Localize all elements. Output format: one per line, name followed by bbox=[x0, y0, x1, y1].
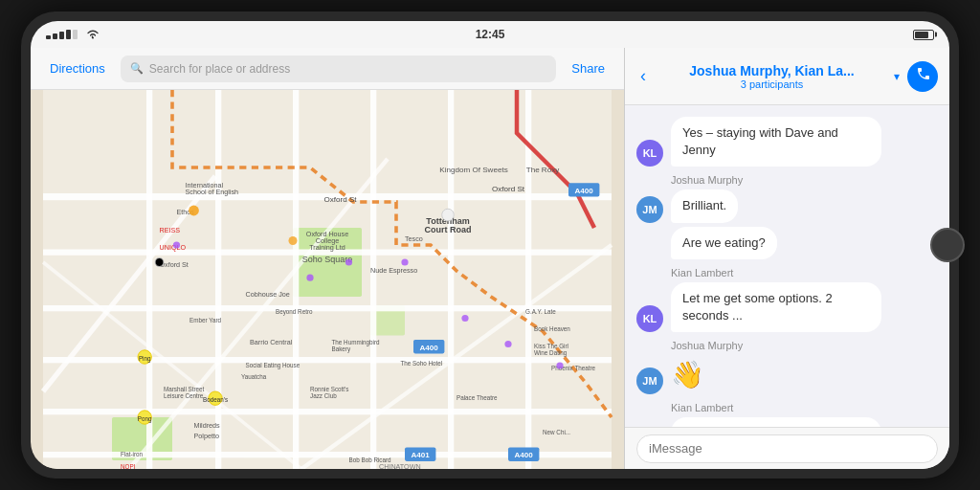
signal-indicator bbox=[46, 30, 78, 39]
svg-point-76 bbox=[289, 236, 298, 245]
msg-bubble-4: Let me get some options. 2 seconds ... bbox=[671, 282, 881, 332]
search-icon: 🔍 bbox=[130, 62, 144, 75]
svg-text:Bodean's: Bodean's bbox=[203, 396, 228, 403]
msg-emoji-5: 👋 bbox=[671, 355, 704, 394]
avatar-kl-1: KL bbox=[636, 140, 663, 167]
svg-text:Bar & Cafe: Bar & Cafe bbox=[349, 468, 379, 470]
svg-text:Pong: Pong bbox=[138, 415, 152, 423]
msg-bubble-6: Anyone fancy trying the new pizza place … bbox=[671, 417, 881, 427]
msg-bubble-2: Brilliant. bbox=[671, 189, 738, 222]
svg-text:NOPI: NOPI bbox=[121, 463, 136, 469]
avatar-jm-2: JM bbox=[636, 368, 663, 394]
back-button[interactable]: ‹ bbox=[636, 62, 650, 90]
svg-point-78 bbox=[345, 258, 352, 265]
svg-text:Soho Square: Soho Square bbox=[302, 255, 353, 264]
svg-point-80 bbox=[401, 258, 408, 265]
svg-text:Tesco: Tesco bbox=[405, 234, 423, 243]
signal-dot-2 bbox=[53, 33, 57, 39]
svg-rect-15 bbox=[448, 90, 454, 469]
main-content: Directions 🔍 Search for place or address… bbox=[31, 48, 949, 469]
svg-text:Beyond Retro: Beyond Retro bbox=[276, 308, 313, 316]
svg-text:The Roxy: The Roxy bbox=[526, 166, 561, 174]
svg-text:Bakery: Bakery bbox=[332, 345, 351, 353]
map-search-bar[interactable]: 🔍 Search for place or address bbox=[121, 56, 557, 82]
svg-text:UNIQLO: UNIQLO bbox=[160, 243, 187, 252]
msg-sender-4: Kian Lambert bbox=[671, 267, 938, 278]
chat-input-field[interactable] bbox=[636, 434, 938, 463]
msg-sender-5: Joshua Murphy bbox=[671, 340, 938, 351]
svg-text:Yauatcha: Yauatcha bbox=[241, 373, 267, 380]
chat-messages: KL Yes – staying with Dave and Jenny Jos… bbox=[625, 105, 949, 427]
msg-bubble-1: Yes – staying with Dave and Jenny bbox=[671, 117, 881, 167]
home-button[interactable] bbox=[930, 228, 965, 262]
tablet-screen: 12:45 Directions 🔍 Search for place or a… bbox=[31, 21, 949, 469]
svg-text:REISS: REISS bbox=[160, 226, 181, 234]
msg-group-4: Kian Lambert KL Let me get some options.… bbox=[636, 267, 938, 332]
svg-text:Flat-iron: Flat-iron bbox=[121, 451, 144, 457]
msg-group-6: Kian Lambert KL Anyone fancy trying the … bbox=[636, 402, 938, 427]
svg-text:School of English: School of English bbox=[186, 188, 239, 196]
battery-indicator bbox=[913, 30, 934, 40]
msg-group-5: Joshua Murphy JM 👋 bbox=[636, 340, 938, 394]
svg-text:Training Ltd: Training Ltd bbox=[309, 243, 345, 252]
msg-sender-2: Joshua Murphy bbox=[671, 174, 938, 186]
svg-text:G.A.Y. Late: G.A.Y. Late bbox=[525, 308, 556, 315]
svg-text:CHINATOWN: CHINATOWN bbox=[379, 462, 421, 469]
map-view[interactable]: A400 A400 A400 A401 Tottenham Court bbox=[31, 90, 624, 469]
chevron-down-icon[interactable]: ▾ bbox=[894, 70, 900, 83]
wifi-icon bbox=[85, 29, 100, 41]
svg-text:Nude Espresso: Nude Espresso bbox=[370, 266, 417, 275]
svg-text:New Chi...: New Chi... bbox=[543, 429, 570, 435]
svg-text:A401: A401 bbox=[412, 451, 431, 459]
map-svg: A400 A400 A400 A401 Tottenham Court bbox=[31, 90, 624, 469]
svg-text:Ember Yard: Ember Yard bbox=[189, 317, 222, 323]
svg-point-81 bbox=[306, 275, 313, 281]
msg-row-3: Are we eating? bbox=[636, 227, 938, 259]
map-section: Directions 🔍 Search for place or address… bbox=[31, 48, 624, 469]
chat-header-name: Joshua Murphy, Kian La... bbox=[689, 63, 854, 78]
msg-row-6: KL Anyone fancy trying the new pizza pla… bbox=[636, 417, 938, 427]
directions-button[interactable]: Directions bbox=[42, 57, 113, 79]
svg-text:A400: A400 bbox=[515, 451, 534, 459]
chat-header-info: Joshua Murphy, Kian La... 3 participants bbox=[657, 63, 886, 90]
chat-header-actions: ▾ bbox=[894, 61, 938, 92]
signal-dot-1 bbox=[46, 35, 51, 39]
svg-text:Kingdom Of Sweets: Kingdom Of Sweets bbox=[439, 166, 507, 174]
svg-point-84 bbox=[173, 241, 180, 248]
map-toolbar: Directions 🔍 Search for place or address… bbox=[31, 48, 624, 90]
svg-rect-12 bbox=[215, 90, 221, 469]
chat-input-area bbox=[625, 427, 949, 469]
svg-text:A400: A400 bbox=[420, 344, 439, 352]
status-left bbox=[46, 29, 100, 41]
msg-bubble-3: Are we eating? bbox=[671, 227, 777, 259]
chat-participants-count: 3 participants bbox=[741, 78, 803, 90]
msg-row-4: KL Let me get some options. 2 seconds ..… bbox=[636, 282, 938, 332]
svg-text:Polpetto: Polpetto bbox=[194, 432, 219, 440]
svg-text:Oxford St: Oxford St bbox=[492, 185, 525, 193]
tablet-frame: 12:45 Directions 🔍 Search for place or a… bbox=[21, 11, 959, 479]
svg-text:Ronnie Scott's: Ronnie Scott's bbox=[310, 386, 348, 392]
search-placeholder: Search for place or address bbox=[149, 62, 290, 76]
svg-text:Court Road: Court Road bbox=[425, 225, 472, 234]
call-button[interactable] bbox=[907, 61, 938, 92]
svg-text:Barrio Central: Barrio Central bbox=[250, 338, 293, 346]
svg-text:Jazz Club: Jazz Club bbox=[310, 392, 337, 399]
avatar-jm-1: JM bbox=[636, 196, 663, 223]
svg-rect-14 bbox=[370, 90, 376, 469]
svg-text:The Soho Hotel: The Soho Hotel bbox=[401, 360, 443, 367]
svg-point-75 bbox=[189, 206, 199, 216]
svg-point-0 bbox=[92, 36, 94, 38]
msg-group-1: KL Yes – staying with Dave and Jenny bbox=[636, 117, 938, 167]
svg-point-79 bbox=[461, 315, 468, 322]
svg-text:Wine Dating: Wine Dating bbox=[534, 349, 568, 357]
svg-point-77 bbox=[442, 209, 455, 221]
share-button[interactable]: Share bbox=[564, 57, 612, 79]
chat-header: ‹ Joshua Murphy, Kian La... 3 participan… bbox=[625, 48, 949, 105]
svg-text:Book Heaven: Book Heaven bbox=[534, 325, 570, 332]
svg-text:Ping: Ping bbox=[139, 355, 151, 363]
svg-text:A400: A400 bbox=[575, 187, 594, 195]
battery-fill bbox=[915, 32, 928, 38]
svg-text:Cobhouse Joe: Cobhouse Joe bbox=[246, 290, 290, 299]
msg-group-2: Joshua Murphy JM Brilliant. Are we eatin… bbox=[636, 174, 938, 258]
svg-text:Leisure Centre: Leisure Centre bbox=[164, 392, 204, 399]
